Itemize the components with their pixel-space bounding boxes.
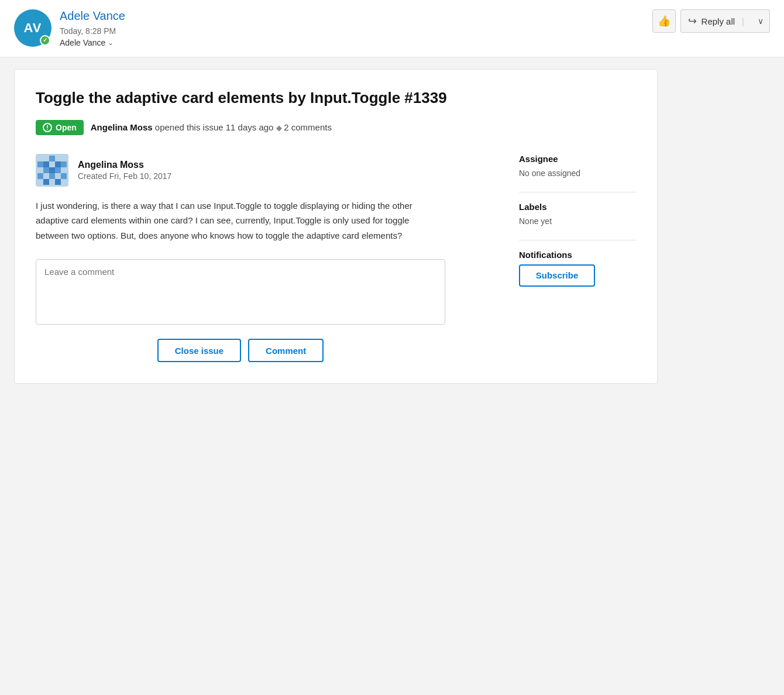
svg-rect-3 (37, 161, 43, 167)
labels-label: Labels (519, 202, 636, 212)
issue-meta-text: Angelina Moss opened this issue 11 days … (91, 122, 332, 132)
to-name: Adele Vance (60, 38, 105, 47)
online-badge (40, 35, 50, 46)
open-badge-label: Open (56, 123, 77, 132)
comment-date: Created Fri, Feb 10, 2017 (78, 171, 171, 181)
email-body: Toggle the adaptive card elements by Inp… (0, 57, 784, 398)
svg-rect-7 (61, 161, 67, 167)
sender-info: AV Adele Vance Today, 8:28 PM Adele Vanc… (14, 9, 125, 47)
thumbs-icon: 👍 (658, 15, 670, 27)
issue-content: Angelina Moss Created Fri, Feb 10, 2017 … (36, 154, 636, 363)
issue-title: Toggle the adaptive card elements by Inp… (36, 88, 636, 108)
issue-author: Angelina Moss (91, 122, 153, 132)
svg-rect-8 (37, 167, 43, 173)
header-actions: 👍 ↩ Reply all | ∨ (652, 9, 770, 33)
avatar-initials: AV (24, 20, 42, 36)
issue-card: Toggle the adaptive card elements by Inp… (14, 69, 658, 384)
svg-rect-10 (49, 167, 55, 173)
svg-rect-1 (49, 156, 55, 161)
svg-rect-2 (55, 156, 61, 161)
email-header: AV Adele Vance Today, 8:28 PM Adele Vanc… (0, 0, 784, 57)
exclaim-icon: ! (43, 123, 52, 132)
timestamp: Today, 8:28 PM (60, 26, 125, 36)
svg-rect-4 (43, 161, 49, 167)
avatar-wrap: AV (14, 9, 51, 47)
bullet-diamond: ◆ (276, 123, 284, 132)
thumbs-up-button[interactable]: 👍 (652, 9, 676, 33)
comment-button[interactable]: Comment (248, 339, 324, 362)
svg-rect-11 (55, 167, 61, 173)
divider-1 (519, 192, 636, 192)
reply-icon: ↩ (688, 15, 697, 27)
sender-name: Adele Vance (60, 9, 125, 23)
meta-text: opened this issue 11 days ago (155, 122, 274, 132)
labels-value: None yet (519, 216, 636, 226)
sender-to: Adele Vance ⌄ (60, 38, 125, 47)
svg-rect-12 (61, 167, 67, 173)
close-issue-button[interactable]: Close issue (157, 339, 241, 362)
notifications-section: Notifications Subscribe (519, 250, 636, 287)
comment-author: Angelina Moss (78, 160, 171, 170)
divider-icon: | (742, 16, 744, 26)
svg-rect-15 (49, 173, 55, 179)
issue-sidebar: Assignee No one assigned Labels None yet… (519, 154, 636, 363)
open-badge: ! Open (36, 120, 84, 135)
svg-rect-19 (49, 179, 55, 185)
svg-rect-6 (55, 161, 61, 167)
chevron-down-icon: ∨ (758, 16, 764, 26)
comment-body: I just wondering, is there a way that I … (36, 198, 434, 243)
labels-section: Labels None yet (519, 202, 636, 226)
reply-all-label: Reply all (702, 16, 735, 26)
subscribe-button[interactable]: Subscribe (519, 264, 595, 287)
comments-count: 2 comments (284, 122, 332, 132)
comment-header: Angelina Moss Created Fri, Feb 10, 2017 (36, 154, 496, 187)
comment-input[interactable] (36, 259, 445, 325)
notifications-label: Notifications (519, 250, 636, 260)
svg-rect-18 (43, 179, 49, 185)
pixel-avatar-svg (37, 156, 67, 185)
assignee-label: Assignee (519, 154, 636, 164)
comment-author-info: Angelina Moss Created Fri, Feb 10, 2017 (78, 160, 171, 181)
chevron-down-icon[interactable]: ⌄ (108, 39, 114, 47)
comment-actions: Close issue Comment (36, 339, 445, 362)
reply-all-button[interactable]: ↩ Reply all | (680, 9, 751, 33)
assignee-section: Assignee No one assigned (519, 154, 636, 178)
svg-rect-5 (49, 161, 55, 167)
svg-rect-20 (55, 179, 61, 185)
svg-rect-9 (43, 167, 49, 173)
assignee-value: No one assigned (519, 168, 636, 178)
sender-details: Adele Vance Today, 8:28 PM Adele Vance ⌄ (60, 9, 125, 47)
svg-rect-16 (55, 173, 61, 179)
comment-avatar (36, 154, 68, 187)
svg-rect-0 (43, 156, 49, 161)
svg-rect-14 (43, 173, 49, 179)
reply-all-group: ↩ Reply all | ∨ (680, 9, 770, 33)
reply-all-dropdown-button[interactable]: ∨ (751, 9, 770, 33)
svg-rect-13 (37, 173, 43, 179)
divider-2 (519, 240, 636, 240)
issue-main: Angelina Moss Created Fri, Feb 10, 2017 … (36, 154, 496, 363)
issue-meta: ! Open Angelina Moss opened this issue 1… (36, 120, 636, 135)
svg-rect-17 (61, 173, 67, 179)
